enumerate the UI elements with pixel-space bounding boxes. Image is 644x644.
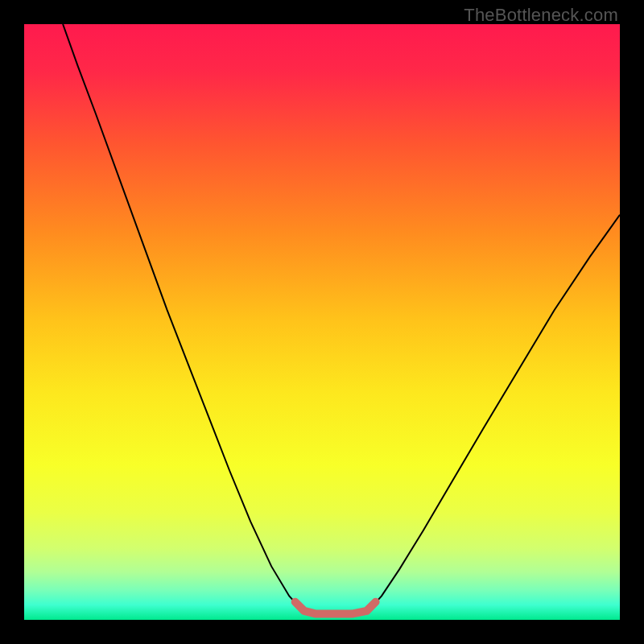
watermark-text: TheBottleneck.com — [464, 5, 618, 26]
chart-svg — [24, 24, 620, 620]
bottleneck-curve — [63, 24, 620, 614]
outer-frame: TheBottleneck.com — [0, 0, 644, 644]
plot-area — [24, 24, 620, 620]
bottom-highlight — [295, 602, 376, 614]
